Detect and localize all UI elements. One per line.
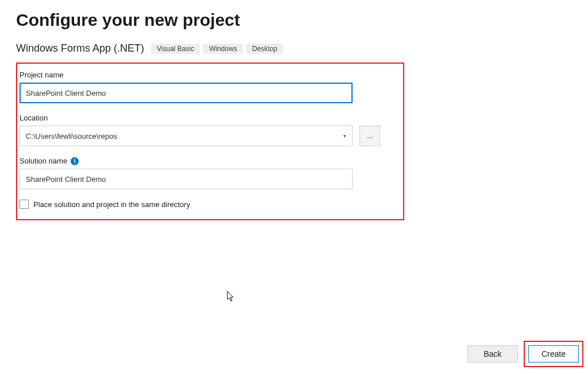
footer-buttons: Back Create bbox=[467, 341, 583, 367]
project-name-input[interactable] bbox=[20, 83, 353, 103]
template-tags: Visual Basic Windows Desktop bbox=[151, 44, 283, 54]
location-field: Location C:\Users\fewli\source\repos ▾ .… bbox=[20, 114, 394, 146]
create-highlight-box: Create bbox=[524, 341, 583, 367]
chevron-down-icon: ▾ bbox=[343, 133, 346, 139]
cursor-icon bbox=[227, 291, 235, 302]
solution-name-label: Solution name i bbox=[20, 157, 394, 165]
tag-desktop: Desktop bbox=[246, 44, 283, 54]
back-button[interactable]: Back bbox=[467, 345, 518, 363]
browse-location-button[interactable]: ... bbox=[359, 126, 380, 146]
info-icon[interactable]: i bbox=[71, 157, 79, 165]
project-template-name: Windows Forms App (.NET) bbox=[16, 42, 144, 54]
tag-visual-basic: Visual Basic bbox=[151, 44, 200, 54]
subtitle-row: Windows Forms App (.NET) Visual Basic Wi… bbox=[16, 42, 572, 54]
project-name-label: Project name bbox=[20, 71, 394, 79]
solution-name-input[interactable] bbox=[20, 169, 353, 189]
tag-windows: Windows bbox=[203, 44, 243, 54]
form-highlight-box: Project name Location C:\Users\fewli\sou… bbox=[16, 63, 404, 220]
same-directory-row: Place solution and project in the same d… bbox=[20, 200, 394, 209]
location-combobox[interactable]: C:\Users\fewli\source\repos ▾ bbox=[20, 126, 353, 146]
location-label: Location bbox=[20, 114, 394, 122]
location-value: C:\Users\fewli\source\repos bbox=[26, 132, 117, 141]
create-button[interactable]: Create bbox=[528, 345, 579, 363]
same-directory-checkbox[interactable] bbox=[20, 200, 29, 209]
page-title: Configure your new project bbox=[16, 10, 572, 30]
solution-name-field: Solution name i bbox=[20, 157, 394, 189]
same-directory-label: Place solution and project in the same d… bbox=[33, 200, 190, 209]
project-name-field: Project name bbox=[20, 71, 394, 103]
